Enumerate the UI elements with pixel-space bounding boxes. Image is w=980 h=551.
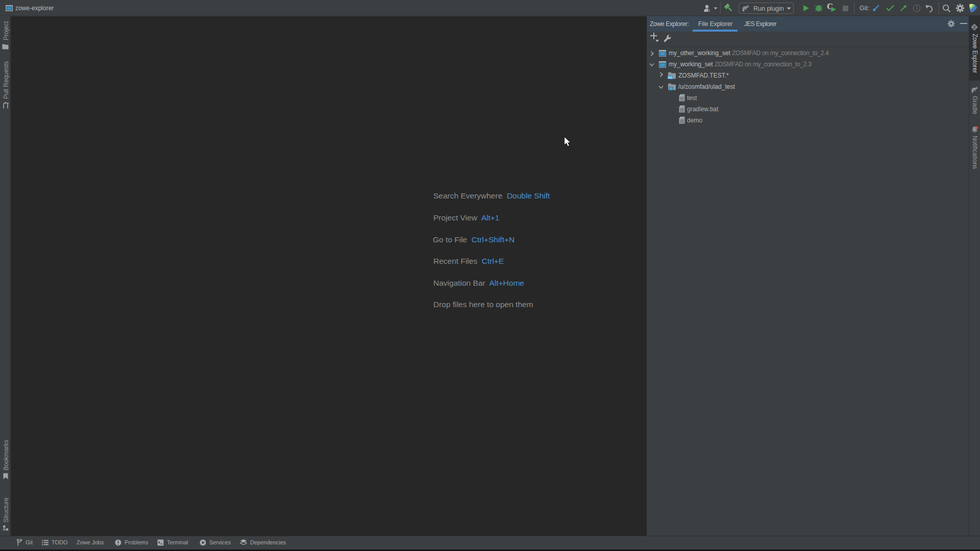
- svg-text:DS: DS: [668, 76, 672, 79]
- svg-text:Z: Z: [973, 25, 976, 30]
